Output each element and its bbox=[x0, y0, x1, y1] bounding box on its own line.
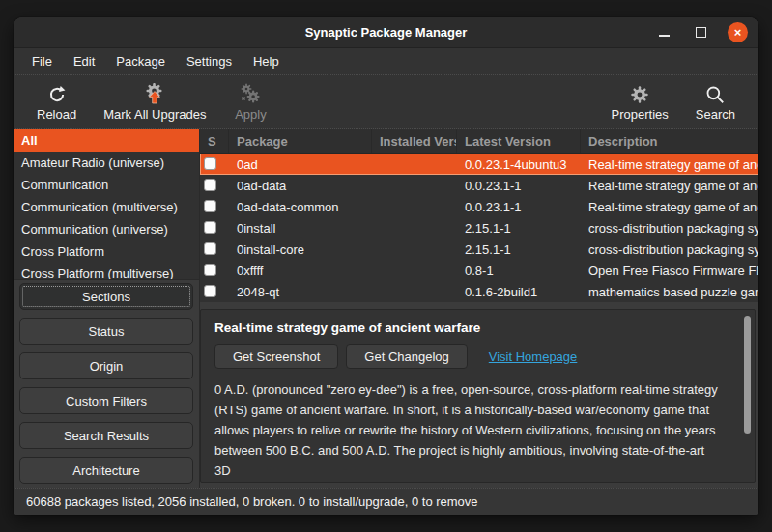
package-table: S Package Installed Version Latest Versi… bbox=[200, 129, 758, 302]
statusbar: 60688 packages listed, 2056 installed, 0… bbox=[14, 488, 758, 515]
description-panel: Real-time strategy game of ancient warfa… bbox=[200, 309, 756, 483]
minimize-button[interactable] bbox=[654, 22, 674, 42]
column-header-status[interactable]: S bbox=[200, 129, 229, 153]
latest-version: 0.0.23.1-4ubuntu3 bbox=[457, 157, 581, 172]
window-title: Synaptic Package Manager bbox=[14, 25, 758, 40]
category-cross-platform[interactable]: Cross Platform bbox=[14, 240, 199, 263]
maximize-button[interactable] bbox=[691, 22, 711, 42]
package-name: 0install-core bbox=[229, 242, 372, 257]
menu-settings[interactable]: Settings bbox=[176, 50, 243, 72]
package-description: Open Free Fiasco Firmware Flasher bbox=[581, 264, 758, 278]
package-checkbox[interactable] bbox=[204, 264, 216, 276]
category-cross-platform-multiverse[interactable]: Cross Platform (multiverse) bbox=[14, 263, 199, 280]
reload-button[interactable]: Reload bbox=[23, 78, 90, 126]
content-area: S Package Installed Version Latest Versi… bbox=[200, 129, 758, 488]
mark-all-upgrades-button[interactable]: Mark All Upgrades bbox=[90, 78, 219, 126]
package-name: 0xffff bbox=[229, 264, 372, 278]
package-checkbox[interactable] bbox=[204, 157, 216, 170]
titlebar[interactable]: Synaptic Package Manager × bbox=[14, 17, 758, 48]
latest-version: 2.15.1-1 bbox=[457, 221, 581, 236]
column-header-installed-version[interactable]: Installed Version bbox=[372, 129, 457, 153]
properties-button[interactable]: Properties bbox=[598, 78, 682, 126]
table-row[interactable]: 0install 2.15.1-1 cross-distribution pac… bbox=[200, 217, 758, 238]
package-description: Real-time strategy game of ancient warfa… bbox=[581, 200, 758, 214]
column-header-package[interactable]: Package bbox=[229, 129, 372, 153]
origin-button[interactable]: Origin bbox=[19, 352, 193, 379]
mark-all-upgrades-label: Mark All Upgrades bbox=[103, 107, 206, 122]
apply-label: Apply bbox=[235, 107, 267, 122]
package-checkbox[interactable] bbox=[204, 242, 216, 255]
menu-file[interactable]: File bbox=[21, 50, 63, 72]
toolbar: Reload Mark All Upgrades bbox=[14, 75, 758, 129]
properties-gear-icon bbox=[629, 82, 650, 105]
package-name: 0ad-data-common bbox=[229, 200, 372, 214]
get-screenshot-button[interactable]: Get Screenshot bbox=[214, 344, 338, 369]
search-button[interactable]: Search bbox=[682, 78, 749, 126]
mark-all-upgrades-icon bbox=[143, 82, 166, 105]
reload-label: Reload bbox=[37, 107, 76, 122]
category-communication-multiverse[interactable]: Communication (multiverse) bbox=[14, 196, 199, 218]
latest-version: 0.8-1 bbox=[457, 264, 581, 278]
category-amateur-radio[interactable]: Amateur Radio (universe) bbox=[14, 152, 199, 174]
latest-version: 0.0.23.1-1 bbox=[457, 179, 581, 193]
description-title: Real-time strategy game of ancient warfa… bbox=[214, 321, 741, 335]
search-results-button[interactable]: Search Results bbox=[19, 422, 193, 449]
description-panel-wrap: Real-time strategy game of ancient warfa… bbox=[200, 302, 758, 488]
architecture-button[interactable]: Architecture bbox=[19, 457, 193, 484]
reload-icon bbox=[46, 82, 68, 105]
description-scrollbar[interactable] bbox=[744, 316, 751, 434]
status-text: 60688 packages listed, 2056 installed, 0… bbox=[26, 494, 478, 509]
menu-package[interactable]: Package bbox=[105, 50, 176, 72]
package-checkbox[interactable] bbox=[204, 179, 216, 191]
filter-buttons: Sections Status Origin Custom Filters Se… bbox=[14, 280, 199, 488]
table-header: S Package Installed Version Latest Versi… bbox=[200, 129, 758, 154]
description-body: 0 A.D. (pronounced "zero ey-dee") is a f… bbox=[214, 379, 721, 481]
package-checkbox[interactable] bbox=[204, 200, 216, 212]
package-checkbox[interactable] bbox=[204, 221, 216, 234]
search-label: Search bbox=[696, 107, 735, 122]
latest-version: 0.1.6-2build1 bbox=[457, 285, 581, 299]
latest-version: 2.15.1-1 bbox=[457, 242, 581, 257]
package-name: 0ad-data bbox=[229, 179, 372, 193]
properties-label: Properties bbox=[612, 107, 669, 122]
main-area: All Amateur Radio (universe) Communicati… bbox=[14, 129, 758, 488]
category-all[interactable]: All bbox=[14, 129, 199, 152]
package-description: cross-distribution packaging system bbox=[581, 221, 758, 236]
description-actions: Get Screenshot Get Changelog Visit Homep… bbox=[214, 344, 741, 369]
table-row[interactable]: 0xffff 0.8-1 Open Free Fiasco Firmware F… bbox=[200, 260, 758, 281]
sections-button[interactable]: Sections bbox=[19, 283, 193, 310]
package-description: mathematics based puzzle game bbox=[581, 285, 758, 299]
apply-icon bbox=[239, 82, 262, 105]
menu-edit[interactable]: Edit bbox=[63, 50, 105, 72]
search-icon bbox=[704, 82, 726, 105]
status-button[interactable]: Status bbox=[19, 318, 193, 345]
close-button[interactable]: × bbox=[728, 22, 748, 42]
package-checkbox[interactable] bbox=[204, 285, 216, 297]
table-row[interactable]: 0ad 0.0.23.1-4ubuntu3 Real-time strategy… bbox=[200, 154, 758, 175]
table-row[interactable]: 0ad-data-common 0.0.23.1-1 Real-time str… bbox=[200, 196, 758, 217]
latest-version: 0.0.23.1-1 bbox=[457, 200, 581, 214]
synaptic-window: Synaptic Package Manager × File Edit Pac… bbox=[14, 17, 758, 515]
package-description: Real-time strategy game of ancient warfa… bbox=[581, 157, 758, 172]
custom-filters-button[interactable]: Custom Filters bbox=[19, 387, 193, 414]
table-row[interactable]: 2048-qt 0.1.6-2build1 mathematics based … bbox=[200, 281, 758, 302]
minimize-icon bbox=[659, 35, 670, 37]
close-icon: × bbox=[734, 26, 742, 39]
menu-help[interactable]: Help bbox=[243, 50, 290, 72]
column-header-latest-version[interactable]: Latest Version bbox=[457, 129, 581, 153]
package-name: 2048-qt bbox=[229, 285, 372, 299]
sidebar: All Amateur Radio (universe) Communicati… bbox=[14, 129, 200, 488]
package-description: cross-distribution packaging system bbox=[581, 242, 758, 257]
menubar: File Edit Package Settings Help bbox=[14, 48, 758, 75]
category-communication[interactable]: Communication bbox=[14, 174, 199, 196]
table-row[interactable]: 0ad-data 0.0.23.1-1 Real-time strategy g… bbox=[200, 175, 758, 196]
package-description: Real-time strategy game of ancient warfa… bbox=[581, 179, 758, 193]
maximize-icon bbox=[696, 27, 706, 38]
package-name: 0install bbox=[229, 221, 372, 236]
apply-button[interactable]: Apply bbox=[219, 78, 281, 126]
table-row[interactable]: 0install-core 2.15.1-1 cross-distributio… bbox=[200, 238, 758, 260]
column-header-description[interactable]: Description bbox=[581, 129, 758, 153]
visit-homepage-link[interactable]: Visit Homepage bbox=[489, 350, 578, 364]
get-changelog-button[interactable]: Get Changelog bbox=[346, 344, 467, 369]
category-communication-universe[interactable]: Communication (universe) bbox=[14, 218, 199, 240]
